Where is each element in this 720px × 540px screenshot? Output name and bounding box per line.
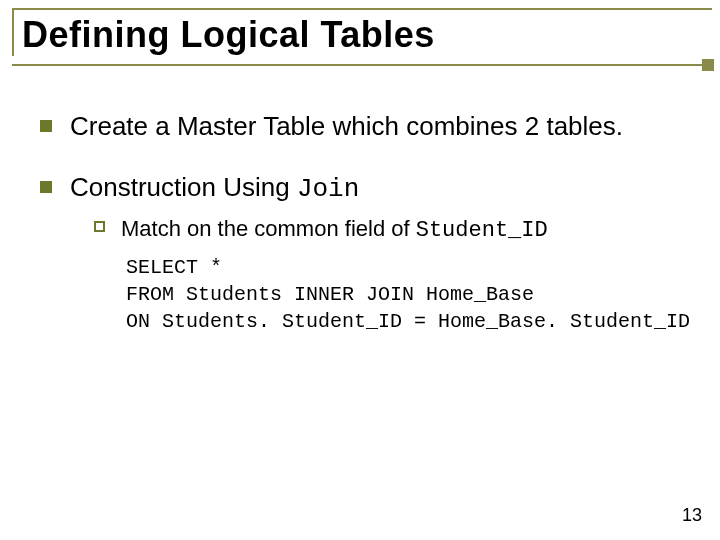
sub-bullets: Match on the common field of Student_ID (94, 215, 690, 246)
bullet-2-text: Construction Using Join (70, 171, 359, 206)
open-square-bullet-icon (94, 221, 105, 232)
rule-side (12, 8, 14, 56)
sql-code-block: SELECT * FROM Students INNER JOIN Home_B… (126, 254, 690, 335)
bullet-1: Create a Master Table which combines 2 t… (40, 110, 690, 143)
square-bullet-icon (40, 181, 52, 193)
rule-bottom (12, 64, 712, 66)
slide: Defining Logical Tables Create a Master … (0, 0, 720, 540)
rule-bottom-wrap (12, 64, 712, 66)
bullet-2: Construction Using Join (40, 171, 690, 206)
square-bullet-icon (40, 120, 52, 132)
slide-body: Create a Master Table which combines 2 t… (40, 110, 690, 335)
sub-prefix: Match on the common field of (121, 216, 416, 241)
slide-title: Defining Logical Tables (22, 14, 435, 56)
page-number: 13 (682, 505, 702, 526)
sub-bullet-1: Match on the common field of Student_ID (94, 215, 690, 246)
rule-top (12, 8, 712, 10)
sub-code: Student_ID (416, 218, 548, 243)
bullet-2-prefix: Construction Using (70, 172, 297, 202)
sub-bullet-1-text: Match on the common field of Student_ID (121, 215, 548, 246)
bullet-1-text: Create a Master Table which combines 2 t… (70, 110, 623, 143)
bullet-2-code: Join (297, 174, 359, 204)
